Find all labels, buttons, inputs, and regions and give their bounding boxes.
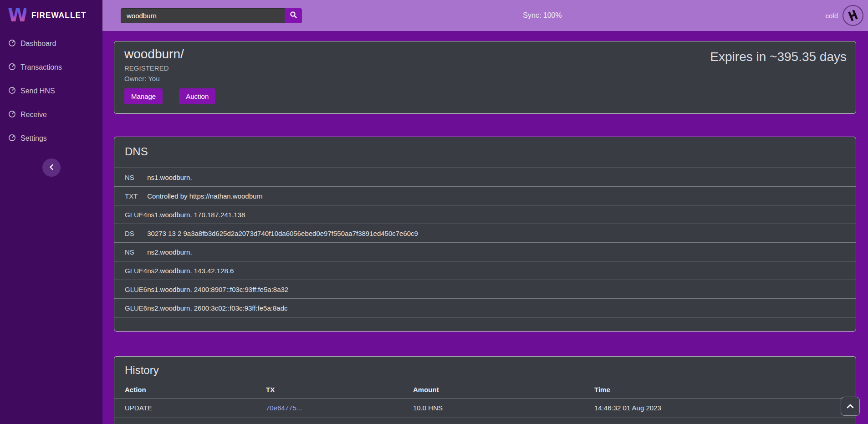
- dns-card: DNS NS ns1.woodburn. TXT Controlle: [114, 137, 856, 332]
- dns-record-type: NS: [114, 168, 147, 187]
- history-header-row: Action TX Amount Time: [114, 381, 856, 398]
- dns-record-row: GLUE4 ns1.woodburn. 170.187.241.138: [114, 205, 856, 224]
- sidebar: W FIREWALLET Dashboard: [0, 0, 102, 424]
- domain-info: woodburn/ REGISTERED Owner: You Manage A…: [124, 46, 215, 113]
- sidebar-item-label: Send HNS: [20, 87, 55, 95]
- dns-record-value: ns1.woodburn.: [147, 168, 856, 187]
- dns-record-type: GLUE6: [114, 280, 147, 299]
- topbar: Sync: 100% cold: [102, 0, 868, 31]
- brand-name: FIREWALLET: [31, 11, 87, 20]
- dns-records-table: NS ns1.woodburn. TXT Controlled by https…: [114, 168, 856, 317]
- dns-record-value: ns2.woodburn. 143.42.128.6: [147, 261, 856, 280]
- history-time: 15:47:06 07 Jul 2022: [584, 418, 856, 424]
- domain-owner-label: Owner: You: [124, 75, 215, 82]
- history-amount: 10.0 HNS: [403, 418, 584, 424]
- search-input[interactable]: [121, 8, 285, 23]
- sidebar-nav-item[interactable]: Settings: [0, 127, 102, 150]
- search-bar: [121, 8, 302, 23]
- history-row: RENEW d7e64f5... 10.0 HNS 15:47:06 07 Ju…: [114, 418, 856, 424]
- dns-record-row: GLUE4 ns2.woodburn. 143.42.128.6: [114, 261, 856, 280]
- firewallet-logo-icon: W: [8, 5, 26, 26]
- dns-record-type: GLUE4: [114, 261, 147, 280]
- history-action: UPDATE: [114, 398, 255, 418]
- dns-record-row: GLUE6 ns1.woodburn. 2400:8907::f03c:93ff…: [114, 280, 856, 299]
- dns-record-type: TXT: [114, 187, 147, 205]
- chevron-up-icon: [847, 403, 854, 410]
- sidebar-item-icon: [8, 63, 16, 72]
- chevron-left-icon: [49, 164, 54, 172]
- history-col-amount: Amount: [403, 381, 584, 398]
- manage-button[interactable]: Manage: [124, 88, 163, 104]
- dns-record-type: GLUE6: [114, 299, 147, 317]
- dns-record-value: ns1.woodburn. 170.187.241.138: [147, 205, 856, 224]
- sidebar-item-label: Transactions: [20, 63, 62, 72]
- sidebar-item-icon: [8, 110, 16, 120]
- dns-record-value: 30273 13 2 9a3a8fb3d625d2a2073d740f10da6…: [147, 224, 856, 243]
- domain-expiry-label: Expires in ~395.35 days: [710, 50, 847, 113]
- dns-record-type: GLUE4: [114, 205, 147, 224]
- sidebar-item-icon: [8, 134, 16, 143]
- dns-record-value: ns2.woodburn.: [147, 243, 856, 261]
- dns-record-type: DS: [114, 224, 147, 243]
- domain-actions: Manage Auction: [124, 88, 215, 104]
- dns-section-title: DNS: [114, 145, 856, 158]
- history-time: 14:46:32 01 Aug 2023: [584, 398, 856, 418]
- sidebar-item-label: Receive: [20, 111, 47, 119]
- dns-record-value: ns2.woodburn. 2600:3c02::f03c:93ff:fe5a:…: [147, 299, 856, 317]
- dns-record-value: ns1.woodburn. 2400:8907::f03c:93ff:fe5a:…: [147, 280, 856, 299]
- dns-record-value: Controlled by https://nathan.woodburn: [147, 187, 856, 205]
- sidebar-item-icon: [8, 87, 16, 96]
- dns-record-row: TXT Controlled by https://nathan.woodbur…: [114, 187, 856, 205]
- history-amount: 10.0 HNS: [403, 398, 584, 418]
- history-col-time: Time: [584, 381, 856, 398]
- sidebar-nav: Dashboard Transactions: [0, 31, 102, 150]
- domain-name-title: woodburn/: [124, 46, 215, 62]
- history-row: UPDATE 70e64775... 10.0 HNS 14:46:32 01 …: [114, 398, 856, 418]
- dns-record-row: DS 30273 13 2 9a3a8fb3d625d2a2073d740f10…: [114, 224, 856, 243]
- wallet-name: cold: [825, 12, 838, 20]
- dns-record-type: NS: [114, 243, 147, 261]
- domain-summary-card: woodburn/ REGISTERED Owner: You Manage A…: [114, 41, 856, 114]
- handshake-hns-logo-icon: [842, 5, 863, 26]
- sync-status: Sync: 100%: [523, 11, 562, 20]
- main-content: woodburn/ REGISTERED Owner: You Manage A…: [102, 31, 868, 424]
- sidebar-nav-item[interactable]: Receive: [0, 103, 102, 127]
- sidebar-item-label: Dashboard: [20, 40, 56, 48]
- sidebar-nav-item[interactable]: Send HNS: [0, 79, 102, 103]
- search-button[interactable]: [285, 8, 302, 23]
- sidebar-item-icon: [8, 39, 16, 49]
- sidebar-item-label: Settings: [20, 134, 47, 143]
- content-column: Sync: 100% cold w: [102, 0, 868, 424]
- sidebar-nav-item[interactable]: Transactions: [0, 56, 102, 79]
- app-window: W FIREWALLET Dashboard: [0, 0, 868, 424]
- history-col-tx: TX: [255, 381, 403, 398]
- tx-hash-link[interactable]: 70e64775...: [266, 404, 302, 412]
- history-card: History Action TX Amount Time: [114, 356, 856, 424]
- history-col-action: Action: [114, 381, 255, 398]
- domain-status-badge: REGISTERED: [124, 64, 215, 72]
- sidebar-collapse-button[interactable]: [42, 158, 61, 177]
- dns-record-row: NS ns1.woodburn.: [114, 168, 856, 187]
- history-table: Action TX Amount Time UPDATE 70e64775...: [114, 381, 856, 424]
- wallet-indicator[interactable]: cold: [825, 5, 863, 26]
- auction-button[interactable]: Auction: [179, 88, 215, 104]
- scroll-to-top-button[interactable]: [841, 397, 860, 416]
- history-action: RENEW: [114, 418, 255, 424]
- magnifier-icon: [290, 11, 297, 20]
- brand-header: W FIREWALLET: [0, 0, 102, 31]
- history-section-title: History: [114, 364, 856, 377]
- dns-record-row: GLUE6 ns2.woodburn. 2600:3c02::f03c:93ff…: [114, 299, 856, 317]
- sidebar-nav-item[interactable]: Dashboard: [0, 32, 102, 56]
- dns-record-row: NS ns2.woodburn.: [114, 243, 856, 261]
- svg-text:W: W: [8, 5, 26, 25]
